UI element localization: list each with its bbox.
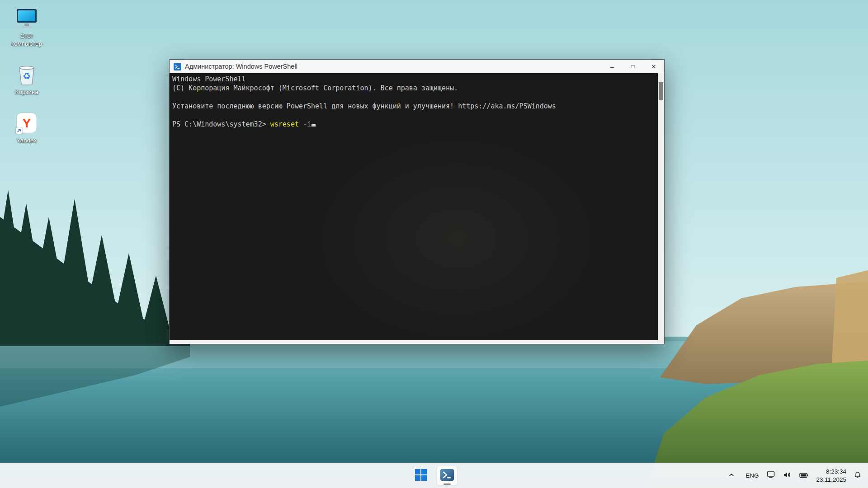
vertical-scrollbar[interactable] [658,73,664,340]
notification-bell-icon [854,471,861,480]
taskbar-clock[interactable]: 8:23:34 23.11.2025 [813,467,849,485]
chevron-up-icon [728,472,735,480]
svg-text:♻: ♻ [23,70,31,81]
powershell-icon [174,63,181,70]
terminal-prompt-line: PS C:\Windows\system32> wsreset -i [172,120,656,129]
window-title: Администратор: Windows PowerShell [185,63,297,70]
clock-date: 23.11.2025 [816,476,846,484]
window-bottom-strip [170,340,664,344]
terminal-content[interactable]: Windows PowerShell (C) Корпорация Майкро… [170,73,664,340]
volume-button[interactable] [780,467,794,485]
terminal-line-banner: Windows PowerShell [172,75,656,84]
system-tray: ENG 8:23:34 23.11.2025 [725,463,868,488]
yandex-icon: Y [14,111,39,135]
desktop-icon-recycle-bin[interactable]: ♻ Корзина [3,60,51,99]
desktop-icon-label: Корзина [15,89,38,96]
terminal-blank-line [172,93,656,102]
terminal-cursor [311,124,316,127]
terminal-command: wsreset [270,120,299,128]
terminal-prompt: PS C:\Windows\system32> [172,120,270,128]
speaker-icon [783,471,791,480]
active-app-indicator [443,483,451,485]
taskbar-center-icons [410,463,458,488]
windows-logo-icon [415,469,427,483]
desktop-icon-yandex[interactable]: Y Yandex [3,108,51,147]
network-button[interactable] [764,467,778,485]
svg-text:Y: Y [23,116,31,130]
desktop-icon-this-pc[interactable]: Этот компьютер [3,4,51,51]
terminal-line-update-notice: Установите последнюю версию PowerShell д… [172,102,656,111]
recycle-bin-icon: ♻ [14,62,39,87]
language-indicator[interactable]: ENG [742,467,762,485]
shortcut-arrow-icon [16,127,22,134]
minimize-button[interactable]: – [602,60,623,73]
terminal-line-copyright: (C) Корпорация Майкрософт (Microsoft Cor… [172,84,656,93]
network-icon [767,471,775,480]
hidden-icons-chevron[interactable] [725,467,738,485]
clock-time: 8:23:34 [816,468,846,476]
desktop-icon-column: Этот компьютер ♻ Корзина Y Yandex [3,4,51,147]
desktop-icon-label: Yandex [17,137,37,145]
this-pc-icon [14,6,39,31]
battery-icon [799,472,808,480]
powershell-window: Администратор: Windows PowerShell – □ ✕ … [169,59,665,344]
window-controls: – □ ✕ [602,60,664,73]
powershell-taskbar-icon [440,468,454,484]
close-button[interactable]: ✕ [643,60,664,73]
window-titlebar[interactable]: Администратор: Windows PowerShell – □ ✕ [170,60,664,73]
scrollbar-thumb[interactable] [659,82,663,100]
powershell-taskbar-button[interactable] [437,466,458,486]
terminal-parameter: -i [299,120,311,128]
desktop-icon-label: Этот компьютер [6,33,47,48]
taskbar: ENG 8:23:34 23.11.2025 [0,463,868,488]
terminal-blank-line [172,111,656,120]
notification-center-button[interactable] [851,467,864,485]
battery-button[interactable] [796,467,811,485]
start-button[interactable] [410,466,431,486]
maximize-button[interactable]: □ [623,60,643,73]
